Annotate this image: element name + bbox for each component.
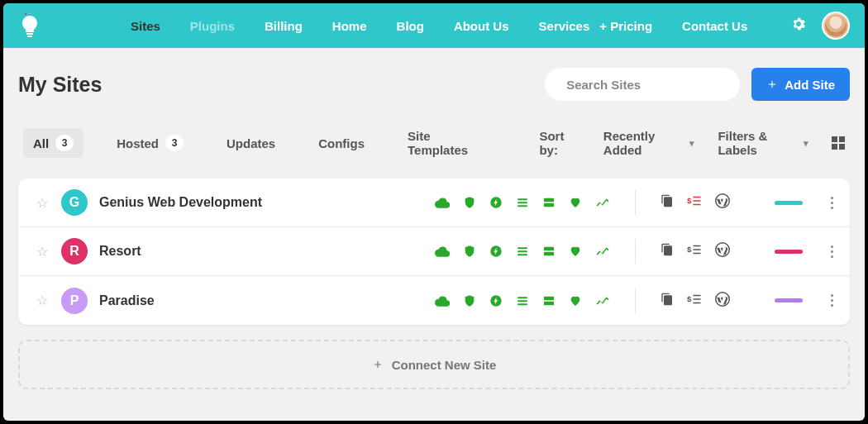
copy-icon[interactable] bbox=[661, 293, 674, 309]
nav-sites[interactable]: Sites bbox=[131, 19, 160, 33]
grid-view-icon[interactable] bbox=[832, 136, 845, 150]
action-icons: $ bbox=[661, 193, 730, 212]
tab-configs[interactable]: Configs bbox=[308, 130, 374, 157]
search-box[interactable] bbox=[545, 68, 740, 101]
svg-rect-1 bbox=[27, 36, 32, 37]
svg-text:$: $ bbox=[687, 245, 692, 254]
tab-updates[interactable]: Updates bbox=[217, 130, 285, 157]
status-icons bbox=[435, 294, 610, 307]
heartbeat-icon bbox=[569, 196, 582, 209]
svg-point-2 bbox=[25, 13, 26, 15]
divider bbox=[635, 239, 636, 264]
add-site-label: Add Site bbox=[785, 78, 835, 92]
color-label-dash[interactable] bbox=[775, 250, 803, 254]
svg-rect-23 bbox=[694, 245, 701, 247]
star-icon[interactable]: ☆ bbox=[35, 293, 50, 308]
cloud-icon bbox=[435, 197, 450, 208]
page-title: My Sites bbox=[18, 73, 533, 97]
nav-about[interactable]: About Us bbox=[454, 19, 509, 33]
wordpress-icon[interactable] bbox=[715, 292, 730, 310]
gear-icon[interactable] bbox=[790, 16, 807, 36]
heartbeat-icon bbox=[569, 245, 582, 258]
nav-pricing[interactable]: + Pricing bbox=[599, 19, 652, 33]
svg-rect-34 bbox=[694, 294, 701, 296]
nav-blog[interactable]: Blog bbox=[397, 19, 424, 33]
connect-label: Connect New Site bbox=[392, 358, 497, 372]
tab-hosted[interactable]: Hosted 3 bbox=[107, 128, 193, 158]
tab-all[interactable]: All 3 bbox=[23, 128, 83, 158]
top-navbar: Sites Plugins Billing Home Blog About Us… bbox=[3, 3, 865, 48]
connect-new-site-button[interactable]: Connect New Site bbox=[18, 340, 850, 389]
nav-contact[interactable]: Contact Us bbox=[682, 19, 747, 33]
sort-value-label: Recently Added bbox=[603, 129, 684, 157]
price-list-icon[interactable]: $ bbox=[687, 293, 702, 308]
site-letter-badge: G bbox=[61, 189, 88, 216]
analytics-icon bbox=[595, 197, 610, 208]
site-row[interactable]: ☆ G Genius Web Development $ bbox=[18, 179, 850, 227]
tab-templates[interactable]: Site Templates bbox=[398, 122, 493, 164]
svg-rect-19 bbox=[517, 254, 527, 255]
heartbeat-icon bbox=[569, 294, 582, 307]
avatar[interactable] bbox=[822, 12, 850, 40]
tab-hosted-label: Hosted bbox=[117, 136, 159, 150]
kebab-menu-icon[interactable] bbox=[831, 197, 833, 209]
svg-rect-0 bbox=[26, 33, 33, 35]
svg-rect-29 bbox=[517, 300, 527, 302]
svg-rect-10 bbox=[544, 203, 554, 207]
filter-tabs: All 3 Hosted 3 Updates Configs Site Temp… bbox=[3, 117, 865, 179]
price-list-icon[interactable]: $ bbox=[687, 195, 702, 210]
filters-label: Filters & Labels bbox=[718, 129, 797, 157]
wordpress-icon[interactable] bbox=[715, 193, 730, 212]
svg-point-3 bbox=[29, 13, 31, 14]
sort-dropdown[interactable]: Recently Added ▾ bbox=[603, 129, 695, 157]
site-row[interactable]: ☆ R Resort $ bbox=[18, 227, 850, 276]
chevron-down-icon: ▾ bbox=[804, 138, 808, 149]
svg-rect-36 bbox=[694, 302, 701, 303]
color-label-dash[interactable] bbox=[775, 201, 803, 205]
nav-home[interactable]: Home bbox=[332, 19, 367, 33]
star-icon[interactable]: ☆ bbox=[35, 195, 50, 211]
analytics-icon bbox=[595, 295, 610, 307]
kebab-menu-icon[interactable] bbox=[831, 245, 833, 258]
nav-services[interactable]: Services bbox=[539, 19, 590, 33]
site-name: Resort bbox=[99, 244, 423, 259]
site-name: Paradise bbox=[99, 293, 423, 308]
chevron-down-icon: ▾ bbox=[689, 138, 694, 149]
svg-point-4 bbox=[33, 13, 35, 15]
logo-icon[interactable] bbox=[18, 12, 41, 39]
svg-rect-17 bbox=[517, 247, 527, 249]
shield-icon bbox=[463, 245, 476, 258]
nav-billing[interactable]: Billing bbox=[265, 19, 303, 33]
tab-hosted-count: 3 bbox=[165, 135, 184, 151]
svg-rect-21 bbox=[544, 252, 554, 256]
site-name: Genius Web Development bbox=[99, 195, 423, 210]
add-site-button[interactable]: Add Site bbox=[751, 68, 850, 101]
search-input[interactable] bbox=[566, 78, 727, 92]
plus-icon bbox=[372, 359, 384, 370]
site-row[interactable]: ☆ P Paradise $ bbox=[18, 276, 850, 325]
status-icons bbox=[435, 245, 610, 258]
copy-icon[interactable] bbox=[661, 194, 674, 211]
star-icon[interactable]: ☆ bbox=[35, 244, 50, 260]
svg-rect-8 bbox=[517, 205, 527, 207]
filters-labels-dropdown[interactable]: Filters & Labels ▾ bbox=[718, 129, 808, 157]
divider bbox=[635, 190, 636, 215]
svg-rect-13 bbox=[694, 200, 701, 202]
svg-rect-9 bbox=[544, 198, 554, 202]
kebab-menu-icon[interactable] bbox=[831, 294, 833, 307]
copy-icon[interactable] bbox=[661, 243, 674, 260]
nav-plugins[interactable]: Plugins bbox=[190, 19, 235, 33]
bolt-circle-icon bbox=[489, 294, 503, 307]
plus-icon bbox=[766, 79, 778, 90]
svg-rect-30 bbox=[517, 303, 527, 305]
wordpress-icon[interactable] bbox=[715, 242, 730, 260]
action-icons: $ bbox=[661, 292, 730, 310]
color-label-dash[interactable] bbox=[775, 298, 803, 303]
sort-by-label: Sort by: bbox=[539, 129, 579, 157]
tab-all-count: 3 bbox=[55, 135, 74, 151]
svg-rect-12 bbox=[694, 197, 701, 198]
price-list-icon[interactable]: $ bbox=[687, 244, 702, 259]
shield-icon bbox=[463, 196, 476, 209]
cloud-icon bbox=[435, 295, 450, 307]
svg-rect-18 bbox=[517, 250, 527, 252]
